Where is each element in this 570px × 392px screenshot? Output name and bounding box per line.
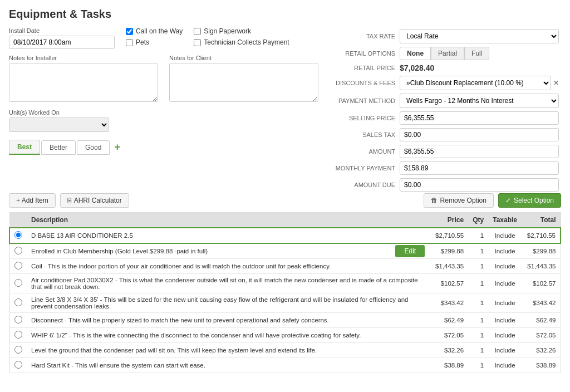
amount-due-input[interactable] [400, 178, 559, 192]
call-on-way-checkbox[interactable] [126, 28, 133, 35]
payment-method-select[interactable]: Wells Fargo - 12 Months No Interest [400, 94, 559, 108]
row-radio[interactable] [14, 298, 22, 306]
table-row[interactable]: D BASE 13 AIR CONDITIONER 2.5 $2,710.55 … [9, 228, 561, 243]
row-radio[interactable] [14, 361, 22, 369]
discount-remove-icon[interactable]: ✕ [553, 79, 559, 87]
retail-options-label: RETAIL OPTIONS [327, 45, 397, 62]
row-price: $32.26 [429, 343, 468, 358]
selling-price-input[interactable] [400, 111, 559, 125]
row-description: Enrolled in Club Membership (Gold Level … [27, 243, 429, 259]
row-radio-cell[interactable] [9, 328, 27, 343]
retail-price-value: $7,028.40 [397, 62, 561, 74]
notes-client-input[interactable] [169, 63, 318, 102]
row-radio[interactable] [14, 316, 22, 324]
edit-button[interactable]: Edit [395, 245, 425, 257]
row-radio-cell[interactable] [9, 259, 27, 274]
selling-price-label: SELLING PRICE [327, 110, 397, 126]
row-price: $2,710.55 [429, 228, 468, 243]
row-total: $62.49 [522, 313, 561, 328]
units-select[interactable] [9, 117, 109, 132]
row-price: $38.89 [429, 358, 468, 373]
pets-checkbox[interactable] [126, 39, 133, 46]
add-item-button[interactable]: + Add Item [9, 193, 56, 208]
notes-client-label: Notes for Client [169, 55, 318, 61]
col-radio [9, 213, 27, 228]
row-description: Disconnect - This will be properly sized… [27, 313, 429, 328]
table-row[interactable]: Line Set 3/8 X 3/4 X 35' - This will be … [9, 293, 561, 313]
notes-installer-input[interactable] [9, 63, 158, 102]
sales-tax-label: SALES TAX [327, 126, 397, 143]
table-row[interactable]: Disconnect - This will be properly sized… [9, 313, 561, 328]
row-description: Hard Start Kit - This will ensure the sy… [27, 358, 429, 373]
pets-checkbox-label[interactable]: Pets [126, 38, 183, 46]
row-taxable: Include [488, 274, 522, 293]
table-row[interactable]: Hard Start Kit - This will ensure the sy… [9, 358, 561, 373]
sales-tax-input[interactable] [400, 128, 559, 141]
row-radio[interactable] [14, 346, 22, 354]
add-tab-button[interactable]: + [111, 141, 124, 153]
retail-full-button[interactable]: Full [464, 47, 489, 60]
row-radio-cell[interactable] [9, 274, 27, 293]
calculator-icon: ⎘ [67, 197, 71, 204]
tech-collects-checkbox-label[interactable]: Technician Collects Payment [194, 38, 289, 46]
row-radio-cell[interactable] [9, 293, 27, 313]
row-taxable: Include [488, 293, 522, 313]
row-price: $1,443.35 [429, 259, 468, 274]
row-radio-cell[interactable] [9, 313, 27, 328]
row-total: $72.05 [522, 328, 561, 343]
row-price: $102.57 [429, 274, 468, 293]
table-row[interactable]: Air conditioner Pad 30X30X2 - This is wh… [9, 274, 561, 293]
tab-best[interactable]: Best [9, 140, 40, 155]
row-taxable: Include [488, 228, 522, 243]
row-description: Level the ground that the condenser pad … [27, 343, 429, 358]
amount-value [397, 143, 561, 160]
tab-good[interactable]: Good [77, 140, 110, 155]
ahri-calculator-button[interactable]: ⎘ AHRI Calculator [60, 193, 129, 208]
row-total: $2,710.55 [522, 228, 561, 243]
monthly-payment-label: MONTHLY PAYMENT [327, 160, 397, 177]
row-total: $32.26 [522, 343, 561, 358]
monthly-payment-input[interactable] [400, 161, 559, 175]
retail-partial-button[interactable]: Partial [431, 47, 464, 60]
tech-collects-checkbox[interactable] [194, 39, 201, 46]
row-qty: 1 [468, 243, 488, 259]
tax-rate-select[interactable]: Local Rate State Rate No Tax [400, 29, 559, 43]
row-radio[interactable] [14, 247, 22, 254]
row-price: $299.88 [429, 243, 468, 259]
amount-input[interactable] [400, 145, 559, 158]
row-qty: 1 [468, 228, 488, 243]
table-row[interactable]: Coil - This is the indoor portion of you… [9, 259, 561, 274]
row-total: $1,443.35 [522, 259, 561, 274]
amount-due-value [397, 177, 561, 193]
sign-paperwork-checkbox-label[interactable]: Sign Paperwork [194, 27, 289, 35]
row-taxable: Include [488, 259, 522, 274]
monthly-payment-value [397, 160, 561, 177]
row-radio[interactable] [14, 231, 22, 239]
row-radio-cell[interactable] [9, 243, 27, 259]
sign-paperwork-checkbox[interactable] [194, 28, 201, 35]
notes-installer-label: Notes for Installer [9, 55, 158, 61]
row-radio-cell[interactable] [9, 358, 27, 373]
table-row[interactable]: Level the ground that the condenser pad … [9, 343, 561, 358]
items-table: Description Price Qty Taxable Total D BA… [9, 212, 561, 373]
retail-none-button[interactable]: None [400, 47, 431, 60]
row-qty: 1 [468, 274, 488, 293]
row-taxable: Include [488, 328, 522, 343]
row-radio[interactable] [14, 279, 22, 287]
row-price: $343.42 [429, 293, 468, 313]
row-total: $343.42 [522, 293, 561, 313]
table-row[interactable]: WHIP 6' 1/2" - This is the wire connecti… [9, 328, 561, 343]
row-radio-cell[interactable] [9, 343, 27, 358]
row-radio-cell[interactable] [9, 228, 27, 243]
row-description: Line Set 3/8 X 3/4 X 35' - This will be … [27, 293, 429, 313]
tab-better[interactable]: Better [41, 140, 76, 155]
discounts-select[interactable]: »Club Discount Replacement (10.00 %) [400, 76, 551, 90]
remove-option-button[interactable]: 🗑 Remove Option [424, 193, 494, 208]
row-radio[interactable] [14, 262, 22, 270]
select-option-button[interactable]: ✓ Select Option [498, 193, 561, 208]
install-date-input[interactable] [9, 36, 115, 49]
call-on-way-checkbox-label[interactable]: Call on the Way [126, 27, 183, 35]
table-row[interactable]: Enrolled in Club Membership (Gold Level … [9, 243, 561, 259]
row-radio[interactable] [14, 331, 22, 339]
col-total: Total [522, 213, 561, 228]
